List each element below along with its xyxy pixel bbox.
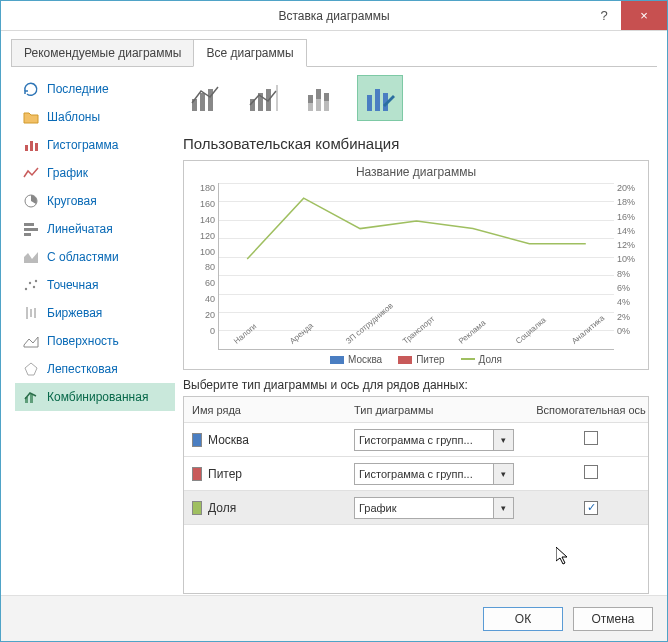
tabs: Рекомендуемые диаграммы Все диаграммы bbox=[1, 31, 667, 67]
insert-chart-dialog: Вставка диаграммы ? × Рекомендуемые диаг… bbox=[0, 0, 668, 642]
secondary-axis-checkbox[interactable] bbox=[584, 465, 598, 479]
sidebar-item-label: Последние bbox=[47, 82, 109, 96]
svg-point-7 bbox=[25, 288, 27, 290]
sidebar-item-label: Лепестковая bbox=[47, 362, 118, 376]
sidebar-item-bar[interactable]: Линейчатая bbox=[15, 215, 175, 243]
sidebar-item-label: Биржевая bbox=[47, 306, 102, 320]
sidebar-item-combo[interactable]: Комбинированная bbox=[15, 383, 175, 411]
svg-rect-25 bbox=[308, 103, 313, 111]
series-color-swatch bbox=[192, 501, 202, 515]
sidebar-item-label: Круговая bbox=[47, 194, 97, 208]
svg-rect-5 bbox=[24, 228, 38, 231]
combo-subtype-2[interactable] bbox=[241, 75, 287, 121]
svg-rect-29 bbox=[324, 101, 329, 111]
svg-rect-26 bbox=[316, 89, 321, 99]
svg-rect-24 bbox=[308, 95, 313, 103]
combo-subtype-1[interactable] bbox=[183, 75, 229, 121]
column-chart-icon bbox=[23, 137, 39, 153]
series-name-label: Москва bbox=[208, 433, 249, 447]
chevron-down-icon[interactable]: ▾ bbox=[493, 430, 513, 450]
col-secondary-axis: Вспомогательная ось bbox=[534, 404, 648, 416]
cancel-button[interactable]: Отмена bbox=[573, 607, 653, 631]
chart-grid: НалогиАрендаЗП сотрудниковТранспортРекла… bbox=[218, 183, 614, 350]
sidebar-item-label: Точечная bbox=[47, 278, 98, 292]
sidebar-item-label: Шаблоны bbox=[47, 110, 100, 124]
chart-categories-sidebar: Последние Шаблоны Гистограмма График Кру… bbox=[11, 67, 179, 594]
cursor-icon bbox=[556, 547, 572, 567]
series-row[interactable]: МоскваГистограмма с групп...▾ bbox=[184, 423, 648, 457]
series-instruction: Выберите тип диаграммы и ось для рядов д… bbox=[183, 378, 649, 392]
sidebar-item-stock[interactable]: Биржевая bbox=[15, 299, 175, 327]
tab-recommended[interactable]: Рекомендуемые диаграммы bbox=[11, 39, 194, 67]
sidebar-item-label: Гистограмма bbox=[47, 138, 118, 152]
sidebar-item-label: Линейчатая bbox=[47, 222, 113, 236]
combo-subtype-row bbox=[183, 75, 649, 121]
sidebar-item-radar[interactable]: Лепестковая bbox=[15, 355, 175, 383]
sidebar-item-scatter[interactable]: Точечная bbox=[15, 271, 175, 299]
dialog-footer: ОК Отмена bbox=[1, 595, 667, 641]
svg-point-10 bbox=[35, 280, 37, 282]
radar-chart-icon bbox=[23, 361, 39, 377]
sidebar-item-area[interactable]: С областями bbox=[15, 243, 175, 271]
series-row[interactable]: ДоляГрафик▾ bbox=[184, 491, 648, 525]
sidebar-item-label: С областями bbox=[47, 250, 119, 264]
series-color-swatch bbox=[192, 433, 202, 447]
scatter-chart-icon bbox=[23, 277, 39, 293]
ok-button[interactable]: ОК bbox=[483, 607, 563, 631]
secondary-axis-checkbox[interactable] bbox=[584, 431, 598, 445]
tab-all[interactable]: Все диаграммы bbox=[193, 39, 306, 67]
svg-rect-27 bbox=[316, 99, 321, 111]
series-row[interactable]: ПитерГистограмма с групп...▾ bbox=[184, 457, 648, 491]
svg-rect-19 bbox=[208, 89, 213, 111]
svg-point-8 bbox=[29, 282, 31, 284]
secondary-axis-checkbox[interactable] bbox=[584, 501, 598, 515]
chart-preview: Название диаграммы 180160140120100806040… bbox=[183, 160, 649, 370]
svg-rect-16 bbox=[30, 394, 33, 403]
y-axis-secondary: 20%18%16%14%12%10%8%6%4%2%0% bbox=[614, 183, 640, 350]
chevron-down-icon[interactable]: ▾ bbox=[493, 464, 513, 484]
series-name-label: Питер bbox=[208, 467, 242, 481]
sidebar-item-pie[interactable]: Круговая bbox=[15, 187, 175, 215]
folder-icon bbox=[23, 109, 39, 125]
combo-chart-icon bbox=[23, 389, 39, 405]
window-title: Вставка диаграммы bbox=[1, 9, 667, 23]
series-color-swatch bbox=[192, 467, 202, 481]
chart-type-dropdown[interactable]: Гистограмма с групп...▾ bbox=[354, 463, 514, 485]
section-title: Пользовательская комбинация bbox=[183, 135, 649, 152]
titlebar: Вставка диаграммы ? × bbox=[1, 1, 667, 31]
svg-rect-1 bbox=[30, 141, 33, 151]
svg-rect-28 bbox=[324, 93, 329, 101]
svg-rect-31 bbox=[375, 89, 380, 111]
pie-chart-icon bbox=[23, 193, 39, 209]
chevron-down-icon[interactable]: ▾ bbox=[493, 498, 513, 518]
bar-chart-icon bbox=[23, 221, 39, 237]
combo-subtype-custom[interactable] bbox=[357, 75, 403, 121]
sidebar-item-label: Поверхность bbox=[47, 334, 119, 348]
sidebar-item-line[interactable]: График bbox=[15, 159, 175, 187]
chart-title: Название диаграммы bbox=[192, 165, 640, 179]
col-series-name: Имя ряда bbox=[184, 404, 354, 416]
chart-type-dropdown[interactable]: Гистограмма с групп...▾ bbox=[354, 429, 514, 451]
sidebar-item-label: Комбинированная bbox=[47, 390, 148, 404]
series-name-label: Доля bbox=[208, 501, 236, 515]
svg-rect-6 bbox=[24, 233, 31, 236]
sidebar-item-label: График bbox=[47, 166, 88, 180]
sidebar-item-recent[interactable]: Последние bbox=[15, 75, 175, 103]
svg-rect-2 bbox=[35, 143, 38, 151]
svg-rect-30 bbox=[367, 95, 372, 111]
svg-marker-14 bbox=[25, 363, 37, 375]
stock-chart-icon bbox=[23, 305, 39, 321]
svg-point-9 bbox=[33, 286, 35, 288]
chart-type-dropdown[interactable]: График▾ bbox=[354, 497, 514, 519]
series-table: Имя ряда Тип диаграммы Вспомогательная о… bbox=[183, 396, 649, 594]
recent-icon bbox=[23, 81, 39, 97]
svg-rect-0 bbox=[25, 145, 28, 151]
combo-subtype-3[interactable] bbox=[299, 75, 345, 121]
sidebar-item-templates[interactable]: Шаблоны bbox=[15, 103, 175, 131]
area-chart-icon bbox=[23, 249, 39, 265]
sidebar-item-surface[interactable]: Поверхность bbox=[15, 327, 175, 355]
sidebar-item-column[interactable]: Гистограмма bbox=[15, 131, 175, 159]
svg-rect-4 bbox=[24, 223, 34, 226]
svg-rect-18 bbox=[200, 93, 205, 111]
line-chart-icon bbox=[23, 165, 39, 181]
